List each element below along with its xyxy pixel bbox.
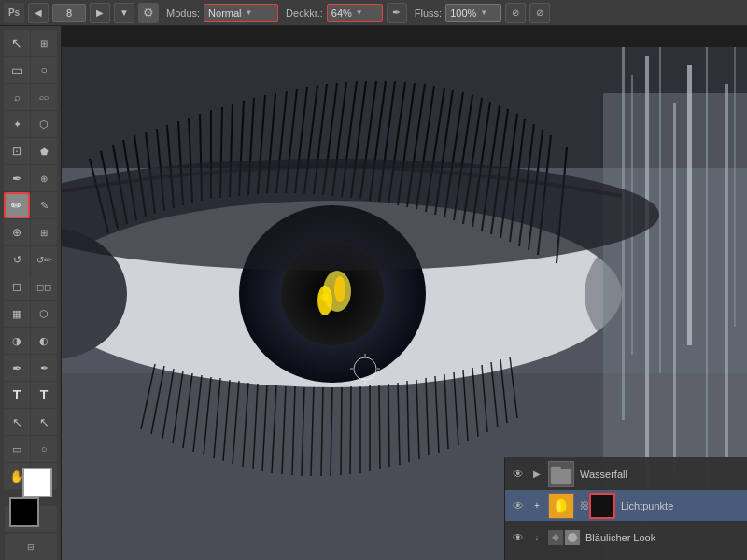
- flow-dropdown-arrow: ▼: [480, 8, 487, 17]
- brush-tool-btn[interactable]: ✏: [4, 192, 30, 218]
- svg-rect-123: [591, 495, 613, 517]
- screen-mode-btn[interactable]: ⊟: [5, 534, 57, 560]
- layer-row-blaeulicher[interactable]: 👁 ↓ Bläulicher Look: [505, 522, 747, 553]
- eraser-btn[interactable]: ◻: [4, 273, 30, 300]
- svg-rect-13: [659, 47, 661, 373]
- svg-rect-15: [687, 65, 692, 345]
- tools-panel: ↖ ⊞ ▭ ○ ⌕ ⌕⌕ ✦ ⬡ ⊡ ⬟ ✒ ⊕ ✏ ✎ ⊕ ⊞ ↺ ↺✏ ◻ …: [0, 26, 62, 560]
- pressure-opacity-btn[interactable]: ⊘: [505, 3, 526, 23]
- svg-rect-119: [551, 466, 561, 470]
- brush-options-btn[interactable]: ⚙: [138, 3, 159, 23]
- layer-row-lichtpunkte[interactable]: 👁 + ⛓ Lichtpunkte: [505, 490, 747, 522]
- vertical-type-btn[interactable]: T: [31, 382, 57, 408]
- pen-btn[interactable]: ✒: [4, 355, 30, 381]
- mode-label: Modus:: [166, 7, 200, 19]
- tool-row-1: ↖ ⊞: [4, 30, 57, 56]
- layer-visibility-lichtpunkte[interactable]: 👁: [511, 498, 526, 513]
- marquee-rect-btn[interactable]: ▭: [4, 57, 30, 83]
- brush-size-increase-btn[interactable]: ▶: [90, 3, 110, 23]
- svg-rect-16: [706, 47, 708, 513]
- art-history-btn[interactable]: ↺✏: [31, 246, 57, 273]
- mode-value: Normal: [208, 7, 241, 19]
- opacity-dropdown-arrow: ▼: [356, 8, 363, 17]
- svg-rect-18: [734, 47, 736, 327]
- main-toolbar: Ps ◀ 8 ▶ ▼ ⚙ Modus: Normal ▼ Deckkr.: 64…: [0, 0, 747, 26]
- paint-bucket-btn[interactable]: ⬡: [31, 301, 57, 327]
- artboard-tool-btn[interactable]: ⊞: [31, 30, 57, 56]
- flow-value: 100%: [450, 7, 476, 19]
- tool-row-12: ◑ ◐: [4, 328, 57, 354]
- brush-size-display[interactable]: 8: [52, 4, 86, 22]
- airbrush-btn[interactable]: ✒: [387, 3, 407, 23]
- tool-row-shape: ▭ ○: [4, 436, 57, 462]
- layer-name-blaeulicher: Bläulicher Look: [585, 532, 741, 543]
- history-brush-btn[interactable]: ↺: [4, 246, 30, 273]
- layer-visibility-wasserfall[interactable]: 👁: [511, 467, 526, 482]
- burn-btn[interactable]: ◐: [31, 328, 57, 354]
- type-btn[interactable]: T: [4, 382, 30, 408]
- layer-link-lichtpunkte[interactable]: +: [531, 500, 543, 511]
- bg-eraser-btn[interactable]: ◻◻: [31, 273, 57, 300]
- tool-row-8: ⊕ ⊞: [4, 219, 57, 245]
- app-logo: Ps: [4, 3, 24, 23]
- svg-rect-14: [673, 103, 676, 476]
- color-sampler-btn[interactable]: ⊕: [31, 165, 57, 191]
- freeform-pen-btn[interactable]: ✒: [31, 355, 57, 381]
- pencil-btn[interactable]: ✎: [31, 192, 57, 218]
- svg-line-83: [341, 387, 342, 475]
- magic-wand-btn[interactable]: ✦: [4, 111, 30, 137]
- direct-select-btn[interactable]: ↖: [31, 409, 57, 435]
- flow-dropdown[interactable]: 100% ▼: [445, 4, 501, 22]
- layer-thumb-yellow-lichtpunkte: [548, 493, 574, 519]
- layer-visibility-blaeulicher[interactable]: 👁: [511, 530, 526, 545]
- poly-lasso-btn[interactable]: ⌕⌕: [31, 84, 57, 110]
- opacity-label: Deckkr.:: [286, 7, 323, 19]
- layer-expand-wasserfall[interactable]: ▶: [531, 469, 543, 480]
- gradient-btn[interactable]: ▦: [4, 301, 30, 327]
- tool-row-10: ◻ ◻◻: [4, 273, 57, 300]
- layer-thumb-mask-lichtpunkte: [589, 493, 615, 519]
- brush-size-decrease-btn[interactable]: ◀: [28, 3, 49, 23]
- tool-row-type: T T: [4, 382, 57, 408]
- layers-panel: 👁 ▶ Wasserfall 👁 + ⛓ Lichtpunkte: [504, 457, 747, 560]
- background-color-swatch[interactable]: [22, 468, 52, 497]
- svg-rect-12: [645, 56, 649, 523]
- tool-row-7: ✏ ✎: [4, 192, 57, 218]
- pattern-stamp-btn[interactable]: ⊞: [31, 219, 57, 245]
- svg-line-103: [350, 386, 351, 474]
- svg-rect-118: [551, 469, 571, 484]
- quick-select-btn[interactable]: ⬡: [31, 111, 57, 137]
- canvas-area[interactable]: 👁 ▶ Wasserfall 👁 + ⛓ Lichtpunkte: [62, 47, 747, 560]
- opacity-value: 64%: [331, 7, 352, 19]
- foreground-color-swatch[interactable]: [9, 497, 39, 527]
- move-tool-btn[interactable]: ↖: [4, 30, 30, 56]
- svg-line-85: [379, 385, 380, 469]
- tool-row-4: ✦ ⬡: [4, 111, 57, 137]
- tool-row-11: ▦ ⬡: [4, 301, 57, 327]
- layer-link-chain: ⛓: [580, 500, 584, 511]
- tool-row-2: ▭ ○: [4, 57, 57, 83]
- svg-point-23: [317, 286, 332, 315]
- svg-point-122: [556, 500, 561, 512]
- lasso-btn[interactable]: ⌕: [4, 84, 30, 110]
- layer-row-wasserfall[interactable]: 👁 ▶ Wasserfall: [505, 458, 747, 490]
- svg-point-126: [568, 533, 577, 542]
- dodge-btn[interactable]: ◑: [4, 328, 30, 354]
- pressure-flow-btn[interactable]: ⊘: [529, 3, 550, 23]
- flow-label: Fluss:: [415, 7, 442, 19]
- clone-stamp-btn[interactable]: ⊕: [4, 219, 30, 245]
- crop-btn[interactable]: ⊡: [4, 138, 30, 164]
- opacity-dropdown[interactable]: 64% ▼: [327, 4, 383, 22]
- path-select-btn[interactable]: ↖: [4, 409, 30, 435]
- svg-point-24: [334, 276, 345, 302]
- marquee-ellipse-btn[interactable]: ○: [31, 57, 57, 83]
- tool-row-5: ⊡ ⬟: [4, 138, 57, 164]
- layer-arrow-blaeulicher: ↓: [531, 532, 543, 543]
- shape-btn[interactable]: ▭: [4, 436, 30, 462]
- perspective-crop-btn[interactable]: ⬟: [31, 138, 57, 164]
- brush-picker-btn[interactable]: ▼: [114, 3, 134, 23]
- layer-name-lichtpunkte: Lichtpunkte: [621, 500, 741, 511]
- mode-dropdown[interactable]: Normal ▼: [204, 4, 278, 22]
- eyedropper-btn[interactable]: ✒: [4, 165, 30, 191]
- ellipse-btn[interactable]: ○: [31, 436, 57, 462]
